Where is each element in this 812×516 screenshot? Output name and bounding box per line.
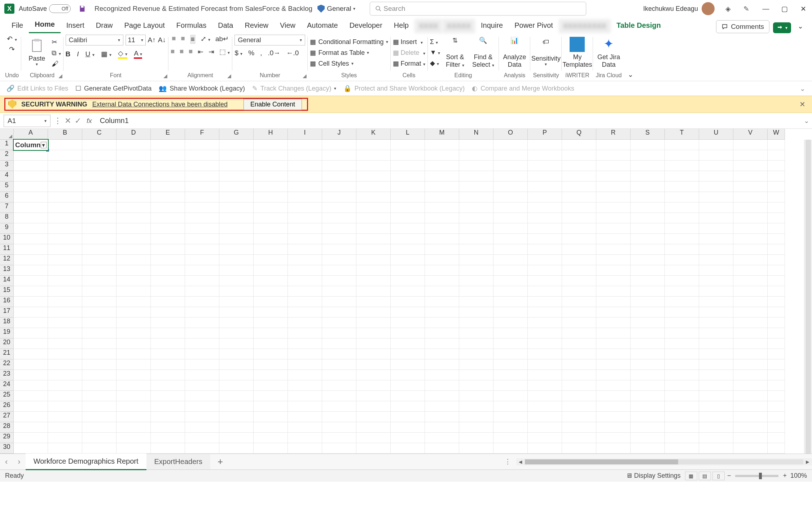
- cell[interactable]: [768, 433, 785, 443]
- cell[interactable]: [459, 213, 493, 223]
- cell[interactable]: [82, 328, 117, 338]
- zoom-out-button[interactable]: −: [727, 472, 731, 480]
- cell[interactable]: [562, 349, 596, 359]
- cell[interactable]: [596, 401, 631, 412]
- cell[interactable]: [459, 297, 493, 307]
- cell[interactable]: [631, 192, 665, 202]
- cell[interactable]: [82, 307, 117, 318]
- cell[interactable]: [14, 359, 48, 370]
- cell[interactable]: [699, 338, 733, 349]
- cell[interactable]: [562, 443, 596, 454]
- cell[interactable]: [185, 307, 219, 318]
- cell[interactable]: [322, 328, 356, 338]
- cell[interactable]: [733, 370, 768, 380]
- cell[interactable]: [425, 161, 459, 171]
- cell[interactable]: [562, 140, 596, 150]
- cell[interactable]: [254, 307, 288, 318]
- cell[interactable]: [185, 255, 219, 265]
- cell[interactable]: [425, 150, 459, 161]
- cell[interactable]: [254, 349, 288, 359]
- cell[interactable]: [219, 244, 254, 255]
- cell[interactable]: [425, 223, 459, 234]
- cell[interactable]: [562, 234, 596, 244]
- cell[interactable]: [14, 255, 48, 265]
- cell[interactable]: [459, 223, 493, 234]
- cell[interactable]: [151, 234, 185, 244]
- cell[interactable]: [391, 391, 425, 401]
- cell[interactable]: [82, 171, 117, 182]
- cell[interactable]: [254, 443, 288, 454]
- cell[interactable]: [356, 307, 391, 318]
- cell[interactable]: [493, 286, 528, 297]
- cell[interactable]: [733, 433, 768, 443]
- row-header-2[interactable]: 2: [0, 150, 14, 161]
- cell[interactable]: [425, 380, 459, 391]
- cell[interactable]: [185, 276, 219, 286]
- cell[interactable]: [665, 359, 699, 370]
- cell[interactable]: [82, 192, 117, 202]
- cell[interactable]: [254, 161, 288, 171]
- row-header-9[interactable]: 9: [0, 223, 14, 234]
- namebox-expand-icon[interactable]: ⋮: [53, 116, 63, 126]
- cell[interactable]: [48, 370, 82, 380]
- cell[interactable]: [185, 391, 219, 401]
- formula-input[interactable]: Column1: [96, 117, 801, 125]
- cell[interactable]: [631, 443, 665, 454]
- cell[interactable]: [322, 433, 356, 443]
- cell[interactable]: [596, 359, 631, 370]
- fill-color-button[interactable]: ◇ ▾: [118, 49, 127, 59]
- track-changes-legacy-button[interactable]: ✎ Track Changes (Legacy) ▾: [252, 84, 336, 92]
- row-header-10[interactable]: 10: [0, 234, 14, 244]
- cell[interactable]: [356, 297, 391, 307]
- row-header-13[interactable]: 13: [0, 265, 14, 276]
- cell[interactable]: [528, 255, 562, 265]
- cell[interactable]: [562, 150, 596, 161]
- get-jira-data-button[interactable]: ✦Get JiraData: [595, 37, 622, 68]
- edit-links-button[interactable]: 🔗 Edit Links to Files: [6, 84, 68, 92]
- cell[interactable]: [219, 276, 254, 286]
- cell[interactable]: [425, 359, 459, 370]
- cell[interactable]: [631, 213, 665, 223]
- cell[interactable]: [48, 265, 82, 276]
- find-select-button[interactable]: 🔍Find &Select ▾: [470, 37, 496, 68]
- cell[interactable]: [185, 297, 219, 307]
- cell[interactable]: [768, 192, 785, 202]
- cell[interactable]: [733, 401, 768, 412]
- cell[interactable]: [288, 422, 322, 433]
- cell[interactable]: [117, 140, 151, 150]
- cell[interactable]: [254, 234, 288, 244]
- row-header-22[interactable]: 22: [0, 359, 14, 370]
- cell[interactable]: [48, 192, 82, 202]
- cell[interactable]: [768, 297, 785, 307]
- cell[interactable]: [528, 391, 562, 401]
- cell[interactable]: [288, 297, 322, 307]
- cell[interactable]: [254, 380, 288, 391]
- table-resize-handle-icon[interactable]: [46, 149, 49, 152]
- cell[interactable]: [48, 307, 82, 318]
- cell[interactable]: [665, 286, 699, 297]
- cell[interactable]: [596, 140, 631, 150]
- tab-review[interactable]: Review: [239, 18, 274, 33]
- cell[interactable]: [493, 380, 528, 391]
- cell[interactable]: [665, 318, 699, 328]
- cancel-formula-button[interactable]: ✕: [63, 116, 73, 126]
- cell[interactable]: [14, 265, 48, 276]
- cell[interactable]: [425, 234, 459, 244]
- cell[interactable]: [562, 338, 596, 349]
- cell[interactable]: [219, 318, 254, 328]
- cell[interactable]: [322, 213, 356, 223]
- cell[interactable]: [596, 182, 631, 192]
- cell[interactable]: [733, 286, 768, 297]
- tab-table-design[interactable]: Table Design: [611, 18, 667, 33]
- merge-button[interactable]: ⬚ ▾: [219, 48, 230, 56]
- cell[interactable]: [528, 433, 562, 443]
- select-all-corner[interactable]: [0, 129, 14, 140]
- underline-button[interactable]: U ▾: [85, 50, 95, 58]
- cell[interactable]: [117, 244, 151, 255]
- cell[interactable]: [219, 401, 254, 412]
- cell[interactable]: [493, 223, 528, 234]
- cell[interactable]: [733, 349, 768, 359]
- cell[interactable]: [322, 140, 356, 150]
- cell[interactable]: [596, 202, 631, 213]
- cell[interactable]: [425, 370, 459, 380]
